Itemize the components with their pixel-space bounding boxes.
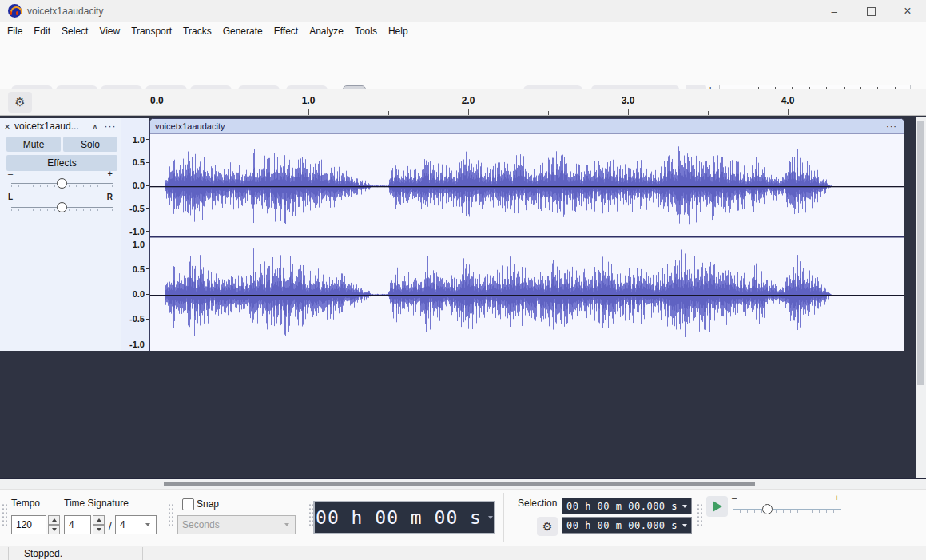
vertical-scale-ruler[interactable]: 1.00.50.0-0.5-1.0 1.00.50.0-0.5-1.0 — [121, 118, 149, 351]
gain-min-label: – — [8, 169, 13, 178]
chevron-down-icon — [682, 524, 687, 527]
time-signature-label: Time Signature — [64, 498, 129, 509]
chevron-down-icon — [488, 516, 493, 519]
maximize-button[interactable] — [852, 0, 889, 22]
tempo-spinner[interactable] — [48, 515, 60, 534]
divider — [849, 493, 849, 542]
menu-item[interactable]: Edit — [28, 26, 56, 37]
clip-title: voicetx1aaudacity — [150, 121, 886, 131]
track-menu-button[interactable]: ··· — [102, 121, 118, 132]
play-speed-slider[interactable] — [762, 504, 773, 514]
menu-item[interactable]: Generate — [217, 26, 268, 37]
selection-options-button[interactable]: ⚙ — [537, 517, 558, 536]
spin-down-icon[interactable] — [48, 525, 60, 534]
menu-bar: FileEditSelectViewTransportTracksGenerat… — [0, 22, 926, 40]
horizontal-scrollbar-thumb[interactable] — [164, 482, 755, 486]
selection-start-field[interactable]: 00 h 00 m 00.000 s — [562, 498, 692, 514]
vertical-scrollbar-thumb[interactable] — [917, 121, 924, 385]
spin-up-icon[interactable] — [48, 515, 60, 525]
time-signature-toolbar-grip[interactable] — [2, 503, 7, 527]
time-signature-spinner[interactable] — [93, 515, 105, 534]
close-button[interactable]: × — [889, 0, 926, 22]
time-signature-lower-value: 4 — [120, 519, 125, 530]
tempo-label: Tempo — [11, 498, 40, 509]
speed-max-label: + — [834, 493, 839, 502]
menu-item[interactable]: Transport — [125, 26, 177, 37]
menu-item[interactable]: Tracks — [177, 26, 217, 37]
tempo-input[interactable]: 120 — [11, 515, 46, 534]
menu-item[interactable]: Tools — [349, 26, 383, 37]
effects-button[interactable]: Effects — [6, 155, 117, 171]
waveform-canvas — [150, 135, 904, 352]
time-signature-separator: / — [109, 520, 112, 532]
speed-min-label: – — [732, 493, 737, 502]
vertical-scrollbar[interactable] — [916, 117, 926, 478]
gain-slider[interactable] — [57, 178, 67, 189]
chevron-down-icon — [145, 523, 150, 526]
maximize-icon — [867, 7, 876, 16]
track-area[interactable]: × voicetx1aaud... ∧ ··· Mute Solo Effect… — [0, 116, 926, 478]
time-signature-upper-input[interactable]: 4 — [64, 515, 91, 534]
clip-header[interactable]: voicetx1aaudacity ··· — [150, 119, 904, 134]
vertical-ruler-label: -0.5 — [121, 315, 149, 324]
pan-slider[interactable] — [57, 202, 67, 212]
audacity-window: voicetx1aaudacity – × FileEditSelectView… — [0, 0, 926, 560]
menu-item[interactable]: Effect — [268, 26, 304, 37]
track-close-button[interactable]: × — [0, 121, 14, 133]
status-bar: Stopped. — [0, 546, 926, 560]
menu-item[interactable]: Analyze — [304, 26, 349, 37]
play-at-speed-toolbar-grip[interactable] — [697, 503, 702, 527]
horizontal-scrollbar[interactable] — [0, 478, 926, 489]
selection-start-value: 00 h 00 m 00.000 s — [566, 501, 678, 512]
vertical-ruler-label: -1.0 — [121, 227, 149, 236]
timeline-label: 4.0 — [778, 95, 797, 106]
status-message: Stopped. — [24, 548, 62, 559]
audio-clip[interactable]: voicetx1aaudacity ··· — [149, 118, 904, 351]
vertical-ruler-label: 0.0 — [121, 290, 149, 299]
timeline-label: 2.0 — [459, 95, 478, 106]
time-signature-lower-dropdown[interactable]: 4 — [115, 515, 157, 534]
track-name[interactable]: voicetx1aaud... — [14, 121, 88, 132]
bottom-toolbar-dock: Tempo 120 Time Signature 4 / 4 Snap Seco… — [0, 489, 926, 546]
mute-button[interactable]: Mute — [6, 137, 61, 152]
waveform-view[interactable] — [150, 135, 904, 352]
snap-label: Snap — [197, 498, 219, 510]
timeline-label: 0.0 — [150, 95, 164, 106]
solo-button[interactable]: Solo — [63, 137, 117, 152]
gain-max-label: + — [108, 169, 113, 178]
track-control-panel: × voicetx1aaud... ∧ ··· Mute Solo Effect… — [0, 118, 121, 351]
audio-track: × voicetx1aaud... ∧ ··· Mute Solo Effect… — [0, 118, 916, 351]
divider — [503, 493, 504, 542]
pan-right-label: R — [107, 193, 113, 201]
speed-slider-ticks — [733, 510, 841, 513]
spin-up-icon[interactable] — [93, 515, 105, 525]
gear-icon: ⚙ — [542, 520, 553, 533]
menu-item[interactable]: Select — [56, 26, 93, 37]
snap-checkbox[interactable] — [182, 498, 194, 510]
title-bar: voicetx1aaudacity – × — [0, 0, 926, 22]
timeline-ruler[interactable]: ⚙ 0.01.02.03.04.0 — [0, 89, 926, 116]
vertical-ruler-label: 0.5 — [121, 158, 149, 167]
timeline-label: 1.0 — [299, 95, 318, 106]
play-icon — [713, 501, 722, 512]
snap-mode-dropdown[interactable]: Seconds — [177, 515, 296, 534]
play-at-speed-button[interactable] — [706, 496, 728, 517]
spin-down-icon[interactable] — [93, 525, 105, 534]
pan-left-label: L — [8, 193, 13, 201]
snapping-toolbar-grip[interactable] — [168, 503, 173, 527]
audio-position-display[interactable]: 00 h 00 m 00 s — [313, 501, 495, 534]
selection-label: Selection — [518, 498, 557, 509]
vertical-ruler-label: 1.0 — [121, 135, 149, 144]
selection-end-field[interactable]: 00 h 00 m 00.000 s — [562, 517, 692, 534]
track-collapse-button[interactable]: ∧ — [88, 122, 102, 131]
minimize-button[interactable]: – — [816, 0, 852, 22]
toolbar-dock: Audio Setup Share Audio Get Effects L R … — [0, 40, 926, 89]
menu-item[interactable]: Help — [383, 26, 414, 37]
chevron-down-icon — [284, 523, 289, 526]
timeline-options-button[interactable]: ⚙ — [8, 92, 32, 113]
chevron-down-icon — [682, 505, 687, 508]
divider — [142, 547, 143, 560]
clip-menu-button[interactable]: ··· — [886, 121, 904, 131]
menu-item[interactable]: File — [2, 26, 28, 37]
menu-item[interactable]: View — [93, 26, 125, 37]
